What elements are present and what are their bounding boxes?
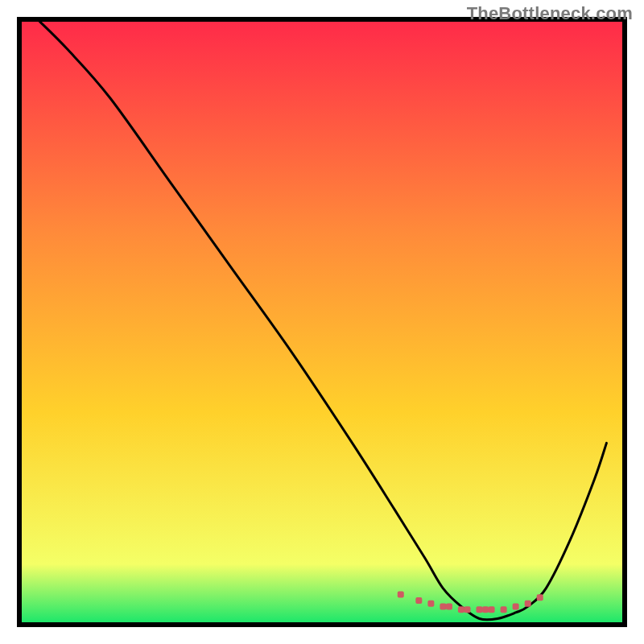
marker-dot [398, 591, 404, 597]
marker-dot [446, 603, 452, 609]
marker-dot [415, 597, 422, 604]
marker-dot [482, 606, 489, 613]
marker-dot [537, 594, 543, 601]
watermark-label: TheBottleneck.com [467, 3, 633, 24]
gradient-background [19, 19, 625, 625]
marker-dot [464, 606, 470, 613]
marker-dot [501, 606, 507, 613]
marker-dot [513, 603, 519, 609]
chart-stage: TheBottleneck.com [0, 0, 644, 644]
marker-dot [427, 601, 434, 607]
marker-dot [440, 603, 446, 609]
marker-dot [525, 601, 531, 607]
marker-dot [477, 606, 483, 613]
marker-dot [489, 606, 495, 613]
chart-svg [0, 0, 644, 644]
marker-dot [458, 606, 464, 613]
